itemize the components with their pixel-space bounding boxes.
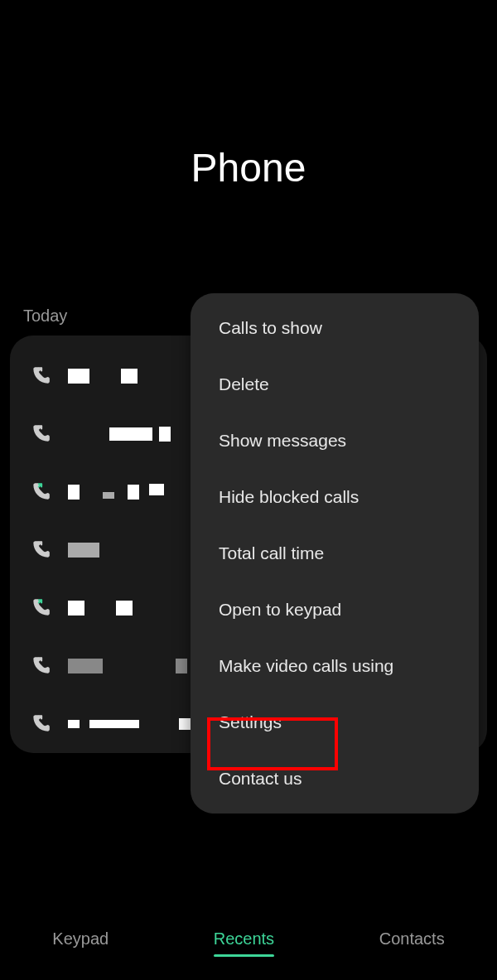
menu-hide-blocked-calls[interactable]: Hide blocked calls [191, 469, 479, 525]
call-contact-redacted [68, 659, 187, 673]
incoming-call-icon [30, 539, 51, 561]
menu-show-messages[interactable]: Show messages [191, 413, 479, 469]
incoming-call-icon [30, 655, 51, 677]
menu-delete[interactable]: Delete [191, 356, 479, 413]
outgoing-call-icon [30, 481, 51, 503]
incoming-call-icon [30, 365, 51, 387]
call-contact-redacted [68, 601, 133, 616]
menu-total-call-time[interactable]: Total call time [191, 525, 479, 582]
outgoing-call-icon [30, 597, 51, 619]
page-title: Phone [0, 145, 497, 191]
tab-keypad[interactable]: Keypad [52, 924, 109, 953]
call-contact-redacted [68, 369, 138, 384]
menu-contact-us[interactable]: Contact us [191, 751, 479, 807]
tab-contacts[interactable]: Contacts [379, 924, 445, 953]
overflow-menu: Calls to show Delete Show messages Hide … [191, 293, 479, 813]
call-contact-redacted [109, 427, 171, 442]
call-contact-redacted [68, 543, 99, 558]
tab-recents[interactable]: Recents [214, 924, 274, 953]
menu-open-to-keypad[interactable]: Open to keypad [191, 582, 479, 638]
incoming-call-icon [30, 423, 51, 445]
call-contact-redacted [68, 485, 164, 500]
menu-make-video-calls-using[interactable]: Make video calls using [191, 638, 479, 694]
menu-settings[interactable]: Settings [191, 694, 479, 751]
bottom-tab-bar: Keypad Recents Contacts [0, 906, 497, 980]
menu-calls-to-show[interactable]: Calls to show [191, 300, 479, 356]
incoming-call-icon [30, 713, 51, 735]
app-header: Phone [0, 0, 497, 191]
